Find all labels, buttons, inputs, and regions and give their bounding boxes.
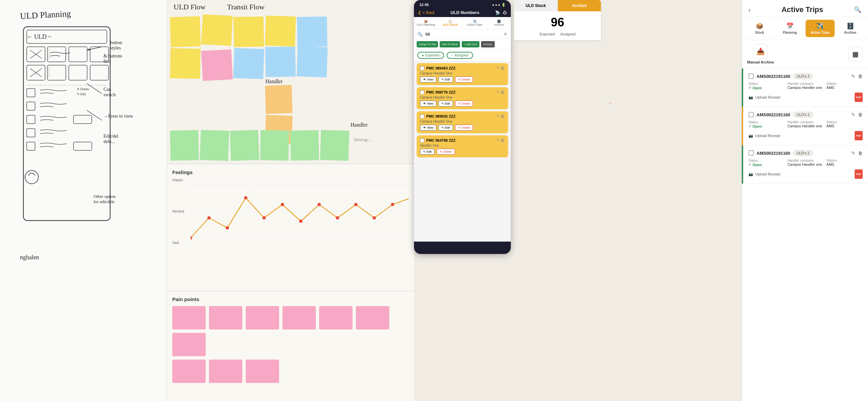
arrow-annotation: →	[608, 100, 612, 106]
card-2-edit[interactable]: ✎ Edit	[438, 101, 453, 107]
uld-planning-label: ULD Planning	[20, 9, 71, 21]
archive-button-phone[interactable]: Archive	[481, 41, 495, 48]
trip-1-checkbox[interactable]	[748, 74, 754, 79]
card-1-view[interactable]: 👁 View	[420, 77, 436, 83]
svg-point-40	[354, 203, 358, 206]
card-2-title: PMC 998776 ZZZ	[426, 90, 455, 94]
card-3-title: PMC 989932 ZZZ	[426, 114, 455, 118]
card-3-delete[interactable]: ✕ Delete	[455, 125, 473, 131]
trip-1-status-value: ✓ Open	[748, 86, 785, 90]
trip-3-delete-btn[interactable]: 🗑	[858, 150, 863, 156]
assign-to-trip-button[interactable]: Assign To Trip	[416, 41, 438, 48]
trip-2-delete-btn[interactable]: 🗑	[858, 112, 863, 117]
svg-text:✕ Delete: ✕ Delete	[77, 87, 89, 91]
tab-archive-phone[interactable]: 🗄️ Archive	[487, 17, 511, 29]
action-buttons-bar: Assign To Trip Add To Stock + Add ULD Ar…	[414, 39, 511, 50]
pain-card-6	[356, 306, 389, 330]
trip-2-checkbox[interactable]	[748, 112, 754, 117]
svg-point-38	[317, 203, 321, 206]
trip-2-id: AMS0022191160	[756, 112, 790, 117]
handler-label: Handler	[266, 79, 283, 85]
whiteboard-left: ULD Planning ← ULD ~ ✕ Delete	[0, 0, 167, 401]
sticky-green-4	[260, 130, 289, 161]
trip-1-upload-btn[interactable]: 📷 Upload Receipt	[748, 95, 780, 99]
tab-uld-stock[interactable]: 📋 ULD Stock	[438, 17, 463, 29]
tab-active-trips[interactable]: ✈️ Active Trips	[806, 20, 835, 37]
trip-3-pdf-icon[interactable]: PDF	[855, 169, 863, 179]
trip-3-station-label: Station	[826, 159, 863, 163]
search-clear-button[interactable]: ✕	[503, 31, 507, 37]
card-4-delete[interactable]: ✕ Delete	[437, 149, 455, 155]
svg-point-32	[207, 216, 211, 220]
card-1-checkbox[interactable]	[420, 66, 424, 70]
tab-archive[interactable]: 🗄️ Archive	[836, 20, 865, 37]
uld-stock-tab[interactable]: ULD Stock	[514, 0, 558, 11]
card-4-edit[interactable]: ✎ Edit	[420, 149, 435, 155]
trip-3-checkbox[interactable]	[748, 150, 754, 156]
card-1-edit[interactable]: ✎ Edit	[438, 77, 453, 83]
filter-expected[interactable]: ●Expected	[417, 52, 444, 59]
card-2-view[interactable]: 👁 View	[420, 101, 436, 107]
tab-planning[interactable]: 📅 Planning	[776, 20, 805, 37]
y-label-sad: Sad	[172, 240, 191, 245]
trip-1-pdf-icon[interactable]: PDF	[855, 92, 863, 102]
svg-rect-24	[27, 142, 35, 150]
card-2-subtitle: Campus Handler One	[420, 95, 505, 99]
active-trips-panel: ‹ Active Trips 🔍 📦 Stock 📅 Planning ✈️ A…	[741, 0, 868, 401]
card-4-checkbox[interactable]	[420, 138, 424, 143]
archive-tab[interactable]: Archive	[558, 0, 601, 11]
tab-stock[interactable]: 📦 Stock	[745, 20, 774, 37]
phone-nav-bar: ❮ < Back ULD Numbers 📡 ⏻	[414, 8, 511, 17]
pain-card-7	[172, 333, 206, 356]
trip-2-edit-btn[interactable]: ✎	[851, 112, 855, 117]
card-2-delete[interactable]: ✕ Delete	[455, 101, 473, 107]
back-chevron-button[interactable]: ‹	[748, 6, 751, 14]
trip-2-status-label: Status	[748, 120, 785, 124]
trip-2-pdf-icon[interactable]: PDF	[855, 131, 863, 140]
pain-card-9	[209, 360, 242, 383]
sticky-green-3	[230, 130, 259, 161]
trip-3-edit-btn[interactable]: ✎	[851, 150, 855, 156]
archive-count-section: 96 Expected Assigned	[514, 11, 601, 40]
trip-1-delete-btn[interactable]: 🗑	[858, 74, 863, 79]
pain-card-2	[209, 306, 242, 330]
filter-assigned[interactable]: ○Assigned	[447, 52, 473, 59]
trip-3-upload-btn[interactable]: 📷 Upload Receipt	[748, 172, 780, 176]
barcode-button[interactable]: ▦	[848, 47, 863, 61]
archive-count: 96	[518, 16, 597, 29]
phone-mockup: 12:45 ● ● ● 🔋 ❮ < Back ULD Numbers 📡 ⏻ 📦…	[414, 0, 511, 254]
svg-point-41	[373, 216, 376, 220]
tab-uld-planning[interactable]: 📦 ULD Planning	[414, 17, 438, 29]
svg-point-34	[244, 196, 247, 200]
search-input[interactable]	[425, 32, 501, 37]
card-3-edit[interactable]: ✎ Edit	[438, 125, 453, 131]
card-1-delete[interactable]: ✕ Delete	[455, 77, 473, 83]
trip-3-handler-value: Campus Handler one	[787, 163, 824, 166]
uld-stock-archive-section: ULD Stock Archive 96 Expected Assigned	[514, 0, 601, 40]
phone-status-bar: 12:45 ● ● ● 🔋	[414, 0, 511, 8]
add-uld-button[interactable]: + Add ULD	[462, 41, 479, 48]
sticky-blue-2	[265, 47, 296, 77]
manual-archive-row: 📥 Manual Archive ▦	[742, 40, 868, 68]
trip-2-upload-btn[interactable]: 📷 Upload Receipt	[748, 134, 780, 138]
uld-cards-list: PMC 986463 ZZZ ✎ 🗑 Campus Handler One 👁 …	[414, 61, 511, 241]
svg-rect-7	[69, 47, 87, 62]
svg-point-33	[226, 226, 229, 230]
manual-archive-button[interactable]: 📥 Manual Archive	[747, 44, 774, 64]
card-3-view[interactable]: 👁 View	[420, 125, 436, 131]
add-to-stock-button[interactable]: Add To Stock	[440, 41, 460, 48]
search-icon-button[interactable]: 🔍	[854, 6, 861, 13]
card-2-checkbox[interactable]	[420, 90, 424, 94]
sticky-green-5	[290, 130, 319, 161]
annotation-button-styles: buttonstyles	[110, 40, 122, 51]
back-button[interactable]: ❮ < Back	[418, 10, 435, 15]
card-3-checkbox[interactable]	[420, 114, 424, 119]
tab-active-trips-phone[interactable]: ✈️ Active Trips	[463, 17, 487, 29]
manual-archive-label: Manual Archive	[747, 60, 774, 64]
phone-search-bar: 🔍 ✕	[414, 29, 511, 39]
sticky-blue-4	[297, 17, 328, 47]
annotation-buttons-first: & buttonsfirst	[103, 54, 122, 64]
panel-title: Active Trips	[781, 5, 823, 14]
trip-1-edit-btn[interactable]: ✎	[851, 74, 855, 79]
trip-item-3: AMS0022191160 ULD's 2 ✎ 🗑 Status ✓ Open …	[742, 145, 868, 184]
